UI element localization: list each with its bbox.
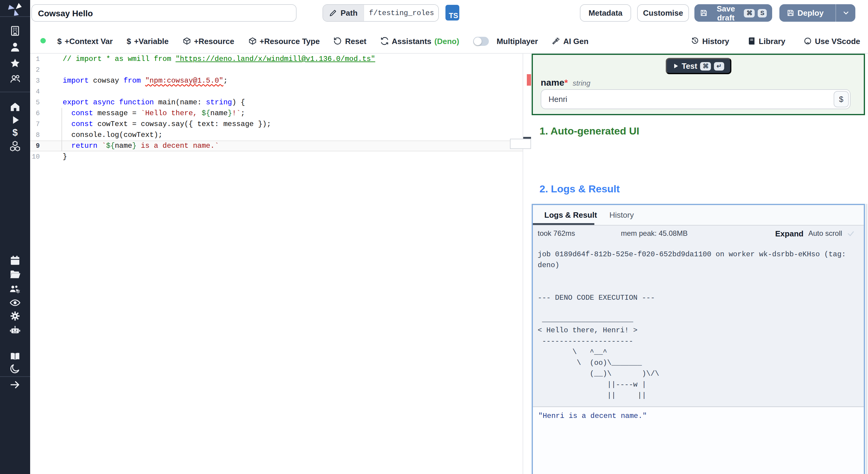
add-resource-button[interactable]: +Resource [183, 36, 235, 46]
home-icon[interactable] [0, 101, 30, 113]
line-number: 9 [30, 141, 40, 151]
field-label: name*string [541, 77, 590, 87]
reset-button[interactable]: Reset [334, 36, 367, 46]
runs-play-icon[interactable] [0, 114, 30, 126]
sidebar-divider [0, 92, 30, 92]
section-auto-generated-ui: 1. Auto-generated UI [539, 125, 639, 138]
tab-history[interactable]: History [610, 205, 634, 225]
rotate-ccw-icon [334, 37, 342, 45]
book-icon [747, 37, 756, 45]
typescript-badge: TS [445, 5, 459, 21]
dark-mode-moon-icon[interactable] [0, 362, 30, 375]
scroll-indicator [510, 139, 531, 149]
result-area: "Henri is a decent name." [533, 407, 864, 474]
code-line[interactable]: // import * as wmill from "https://deno.… [63, 54, 375, 64]
kbd-cmd: ⌘ [700, 62, 711, 70]
code-editor[interactable]: 12345678910 // import * as wmill from "h… [30, 54, 532, 474]
code-line[interactable]: } [63, 151, 67, 162]
panel-scrollbar[interactable] [866, 204, 867, 474]
variables-dollar-icon[interactable]: $ [0, 127, 30, 139]
active-tab-underline [533, 223, 594, 225]
auto-scroll-toggle[interactable]: Auto scroll [808, 229, 842, 238]
resources-cubes-icon[interactable] [0, 140, 30, 152]
required-asterisk: * [564, 77, 568, 87]
sidebar: $ [0, 0, 30, 474]
docs-book-open-icon[interactable] [0, 350, 30, 362]
multiplayer-toggle[interactable] [473, 36, 489, 46]
workspace: 12345678910 // import * as wmill from "h… [30, 53, 868, 474]
code-line[interactable]: const cowText = cowsay.say({ text: messa… [63, 119, 271, 130]
assistants-button[interactable]: Assistants (Deno) [380, 36, 459, 46]
workers-users-gear-icon[interactable] [0, 283, 30, 295]
topbar: Path TS Metadata Customise Save draft ⌘ … [30, 0, 868, 29]
right-panel: Test ⌘ ↵ name*string $ 1. Auto-generated… [532, 54, 865, 474]
sidebar-divider [0, 376, 30, 377]
history-button[interactable]: History [691, 36, 730, 46]
user-icon[interactable] [0, 41, 30, 53]
code-line[interactable]: import cowsay from "npm:cowsay@1.5.0"; [63, 76, 227, 86]
line-number: 6 [30, 108, 40, 119]
ai-gen-button[interactable]: AI Gen [552, 36, 589, 46]
code-line[interactable]: console.log(cowText); [63, 130, 162, 141]
mem-peak-stat: mem peak: 45.08MB [621, 229, 687, 238]
favorites-star-icon[interactable] [0, 57, 30, 69]
section-logs-result: 2. Logs & Result [539, 183, 620, 196]
floppy-icon [700, 9, 708, 17]
path-value-wrap [364, 5, 438, 21]
code-line[interactable]: const message = `Hello there, ${name}!`; [63, 108, 245, 119]
tab-logs-result[interactable]: Logs & Result [544, 205, 597, 225]
sidebar-divider [0, 16, 30, 17]
log-output: job 0189d64f-812b-525e-f020-652bd9da1100… [538, 249, 846, 401]
line-number: 5 [30, 97, 40, 108]
chevron-down-icon [842, 9, 849, 17]
line-number: 3 [30, 76, 40, 86]
windmill-logo-icon[interactable] [0, 1, 30, 16]
kbd-s: S [758, 9, 767, 17]
deploy-button[interactable]: Deploy [779, 4, 855, 22]
script-title-input[interactable] [31, 4, 297, 22]
add-resource-type-button[interactable]: +Resource Type [248, 36, 320, 46]
kbd-cmd: ⌘ [744, 9, 755, 17]
settings-gear-icon[interactable] [0, 310, 30, 322]
variable-picker-button[interactable]: $ [834, 91, 849, 107]
test-button[interactable]: Test ⌘ ↵ [665, 58, 731, 74]
kbd-enter: ↵ [714, 62, 724, 70]
name-field-input[interactable] [541, 89, 850, 109]
assistants-lang: (Deno) [434, 36, 459, 46]
ai-robot-icon[interactable] [0, 324, 30, 336]
workspace-icon[interactable] [0, 25, 30, 37]
expand-button[interactable]: Expand [775, 229, 804, 238]
logs-result-panel: Logs & Result History took 762ms mem pea… [532, 204, 865, 474]
line-number: 2 [30, 64, 40, 76]
result-value: "Henri is a decent name." [538, 412, 647, 420]
clock-history-icon [691, 37, 699, 45]
error-marker [527, 74, 531, 86]
windmill-script-editor: $ [0, 0, 868, 474]
folders-icon[interactable] [0, 268, 30, 280]
groups-icon[interactable] [0, 73, 30, 85]
use-vscode-button[interactable]: Use VScode [804, 36, 860, 46]
customise-button[interactable]: Customise [637, 4, 689, 22]
library-button[interactable]: Library [747, 36, 785, 46]
path-button[interactable]: Path [322, 4, 439, 22]
path-input[interactable] [364, 5, 438, 21]
indent-guide [61, 108, 62, 151]
deploy-dropdown-button[interactable] [836, 9, 855, 17]
add-variable-button[interactable]: $+Variable [127, 36, 168, 46]
schedules-calendar-icon[interactable] [0, 255, 30, 267]
save-draft-button[interactable]: Save draft ⌘ S [694, 4, 772, 22]
test-args-section: Test ⌘ ↵ name*string $ [532, 54, 865, 115]
collapse-arrow-right-icon[interactable] [0, 379, 30, 391]
add-context-var-button[interactable]: $+Context Var [57, 36, 113, 46]
metadata-button[interactable]: Metadata [580, 4, 631, 22]
svg-text:$: $ [12, 127, 18, 138]
status-dot [40, 38, 46, 43]
audit-eye-icon[interactable] [0, 297, 30, 309]
code-line[interactable]: return `${name} is a decent name.` [63, 141, 219, 151]
pencil-icon [329, 9, 337, 17]
line-number: 1 [30, 54, 40, 64]
line-number: 10 [30, 151, 40, 162]
code-line[interactable]: export async function main(name: string)… [63, 97, 245, 108]
refresh-icon [380, 37, 389, 45]
line-number: 7 [30, 119, 40, 130]
